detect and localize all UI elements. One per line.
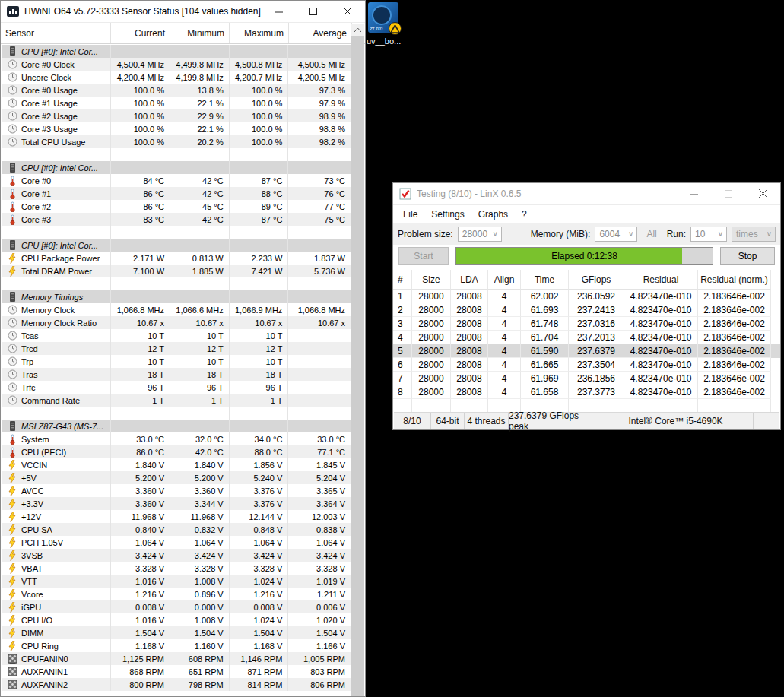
menu-settings[interactable]: Settings	[424, 209, 471, 220]
sensor-row[interactable]: DIMM1.504 V1.504 V1.504 V1.504 V	[2, 626, 351, 639]
linx-titlebar[interactable]: Testing (8/10) - LinX 0.6.5	[393, 183, 780, 205]
linx-result-row[interactable]: 12800028008462.002236.05924.823470e-0102…	[393, 290, 780, 303]
linx-column-header[interactable]: GFlops	[569, 270, 624, 290]
linx-result-row[interactable]: 22800028008461.693237.24134.823470e-0102…	[393, 303, 780, 317]
sensor-row[interactable]: Command Rate1 T1 T1 T	[2, 394, 351, 407]
sensor-row[interactable]: PCH 1.05V1.064 V1.064 V1.064 V1.064 V	[2, 536, 351, 549]
sensor-row[interactable]: Tras18 T18 T18 T	[2, 368, 351, 381]
sensor-row[interactable]: CPU SA0.840 V0.832 V0.848 V0.838 V	[2, 523, 351, 536]
maximize-icon[interactable]	[712, 183, 746, 204]
average-value: 4,500.5 MHz	[288, 58, 351, 71]
linx-result-row[interactable]: 32800028008461.748237.03164.823470e-0102…	[393, 317, 780, 331]
column-header-maximum[interactable]: Maximum	[230, 23, 289, 43]
sensor-row[interactable]: +5V5.200 V5.200 V5.240 V5.204 V	[2, 471, 351, 484]
sensor-group-row[interactable]: Memory Timings	[2, 290, 351, 303]
sensor-row[interactable]: Core #383 °C42 °C87 °C75 °C	[2, 213, 351, 226]
close-icon[interactable]	[746, 183, 780, 204]
start-button[interactable]: Start	[398, 247, 449, 265]
sensor-row[interactable]: CPU (PECI)86.0 °C42.0 °C88.0 °C77.1 °C	[2, 445, 351, 458]
sensor-row[interactable]: Tcas10 T10 T10 T	[2, 329, 351, 342]
sensor-group-row[interactable]: MSI Z87-G43 (MS-7...	[2, 420, 351, 432]
sensor-row[interactable]: Trp10 T10 T10 T	[2, 355, 351, 368]
sensor-row[interactable]: AUXFANIN1868 RPM651 RPM871 RPM803 RPM	[2, 665, 351, 678]
sensor-row[interactable]: Memory Clock1,066.8 MHz1,066.6 MHz1,066.…	[2, 303, 351, 316]
sensor-row[interactable]: Core #1 Usage100.0 %22.1 %100.0 %97.9 %	[2, 97, 351, 109]
column-header-sensor[interactable]: Sensor	[1, 23, 111, 43]
sensor-row[interactable]: CPU Ring1.168 V1.160 V1.168 V1.166 V	[2, 639, 351, 652]
sensor-row[interactable]: CPUFANIN01,125 RPM608 RPM1,146 RPM1,005 …	[2, 652, 351, 665]
desktop-shortcut[interactable]: zf.fm uv__bo...	[367, 2, 409, 46]
sensor-group-row[interactable]: CPU [#0]: Intel Cor...	[2, 161, 351, 174]
sensor-row[interactable]: Core #2 Usage100.0 %22.9 %100.0 %98.9 %	[2, 109, 351, 122]
sensor-row[interactable]: Total DRAM Power7.100 W1.885 W7.421 W5.7…	[2, 265, 351, 277]
linx-result-row[interactable]: 62800028008461.665237.35044.823470e-0102…	[393, 358, 780, 372]
sensor-row[interactable]: iGPU0.008 V0.000 V0.008 V0.006 V	[2, 600, 351, 613]
sensor-row[interactable]: +3.3V3.360 V3.344 V3.376 V3.364 V	[2, 497, 351, 510]
maximum-value: 87 °C	[230, 174, 289, 187]
sensor-row[interactable]: Core #084 °C42 °C87 °C73 °C	[2, 174, 351, 187]
linx-result-row[interactable]: 42800028008461.704237.20134.823470e-0102…	[393, 331, 780, 344]
problem-size-value: 28000	[462, 229, 487, 239]
column-header-current[interactable]: Current	[111, 23, 170, 43]
scrollbar-thumb[interactable]	[351, 36, 364, 696]
problem-size-select[interactable]: 28000 ∨	[458, 227, 502, 242]
linx-column-header[interactable]: LDA	[451, 270, 488, 290]
sensor-group-row[interactable]: CPU [#0]: Intel Cor...	[2, 239, 351, 252]
sensor-row[interactable]: +12V11.968 V11.968 V12.144 V12.003 V	[2, 510, 351, 523]
sensor-row[interactable]	[2, 226, 351, 239]
sensor-row[interactable]: Memory Clock Ratio10.67 x10.67 x10.67 x1…	[2, 316, 351, 329]
sensor-row[interactable]: VTT1.016 V1.008 V1.024 V1.019 V	[2, 575, 351, 588]
close-icon[interactable]	[331, 1, 365, 22]
times-select[interactable]: times ∨	[732, 227, 776, 242]
sensor-row[interactable]: Core #3 Usage100.0 %22.1 %100.0 %98.8 %	[2, 122, 351, 135]
linx-column-header[interactable]: Size	[412, 270, 451, 290]
sensor-row[interactable]: Trfc96 T96 T96 T	[2, 381, 351, 394]
menu-graphs[interactable]: Graphs	[471, 209, 515, 220]
sensor-row[interactable]: AUXFANIN2800 RPM798 RPM814 RPM806 RPM	[2, 678, 351, 691]
current-value: 1.216 V	[111, 588, 170, 600]
sensor-row[interactable]	[2, 407, 351, 420]
sensor-row[interactable]	[2, 277, 351, 290]
linx-column-header[interactable]: Residual	[624, 270, 698, 290]
minimize-icon[interactable]	[262, 1, 297, 22]
sensor-row[interactable]: Core #186 °C42 °C88 °C76 °C	[2, 187, 351, 200]
sensor-row[interactable]: Core #286 °C45 °C89 °C77 °C	[2, 200, 351, 213]
maximum-value	[230, 226, 289, 239]
linx-column-header[interactable]: Time	[521, 270, 569, 290]
sensor-row[interactable]: VCCIN1.840 V1.840 V1.856 V1.845 V	[2, 458, 351, 471]
linx-column-header[interactable]: Residual (norm.)	[698, 270, 771, 290]
minimum-value: 22.1 %	[170, 122, 230, 135]
run-select[interactable]: 10 ∨	[690, 227, 727, 242]
memory-select[interactable]: 6004 ∨	[595, 227, 637, 242]
minimize-icon[interactable]	[678, 183, 712, 204]
sensor-row[interactable]: System33.0 °C32.0 °C34.0 °C33.0 °C	[2, 432, 351, 445]
sensor-row[interactable]: Core #0 Usage100.0 %13.8 %100.0 %97.3 %	[2, 84, 351, 97]
zffm-icon: zf.fm	[368, 2, 398, 33]
linx-result-row[interactable]: 72800028008461.969236.18564.823470e-0102…	[393, 372, 780, 385]
linx-result-row[interactable]: 82800028008461.658237.37734.823470e-0102…	[393, 385, 780, 399]
sensor-row[interactable]: Vcore1.216 V0.896 V1.216 V1.211 V	[2, 588, 351, 600]
stop-button[interactable]: Stop	[720, 247, 775, 265]
sensor-row[interactable]: Trcd12 T12 T12 T	[2, 342, 351, 355]
linx-column-header[interactable]: Align	[488, 270, 521, 290]
sensor-row[interactable]: 3VSB3.424 V3.424 V3.424 V3.424 V	[2, 549, 351, 562]
sensor-row[interactable]: Total CPU Usage100.0 %20.2 %100.0 %98.2 …	[2, 135, 351, 148]
column-header-minimum[interactable]: Minimum	[170, 23, 230, 43]
column-header-average[interactable]: Average	[289, 23, 352, 43]
sensor-row[interactable]: Uncore Clock4,200.4 MHz4,199.8 MHz4,200.…	[2, 71, 351, 84]
linx-result-row[interactable]: 52800028008461.590237.63794.823470e-0102…	[393, 344, 780, 358]
sensor-row[interactable]	[2, 148, 351, 161]
maximize-icon[interactable]	[297, 1, 331, 22]
menu-help[interactable]: ?	[515, 209, 534, 220]
sensor-row[interactable]: Core #0 Clock4,500.4 MHz4,499.8 MHz4,500…	[2, 58, 351, 71]
sensor-row[interactable]: AVCC3.360 V3.360 V3.376 V3.365 V	[2, 484, 351, 497]
hwinfo-titlebar[interactable]: HWiNFO64 v5.72-3333 Sensor Status [104 v…	[1, 1, 365, 23]
menu-file[interactable]: File	[396, 209, 424, 220]
scroll-up-icon[interactable]	[351, 24, 364, 36]
sensor-row[interactable]: CPU Package Power2.171 W0.813 W2.233 W1.…	[2, 252, 351, 265]
hwinfo-scrollbar[interactable]	[351, 24, 364, 696]
sensor-row[interactable]: CPU I/O1.016 V1.008 V1.024 V1.020 V	[2, 613, 351, 626]
sensor-row[interactable]: VBAT3.328 V3.328 V3.328 V3.328 V	[2, 562, 351, 575]
sensor-group-row[interactable]: CPU [#0]: Intel Cor...	[2, 45, 351, 58]
linx-column-header[interactable]: #	[393, 270, 412, 290]
